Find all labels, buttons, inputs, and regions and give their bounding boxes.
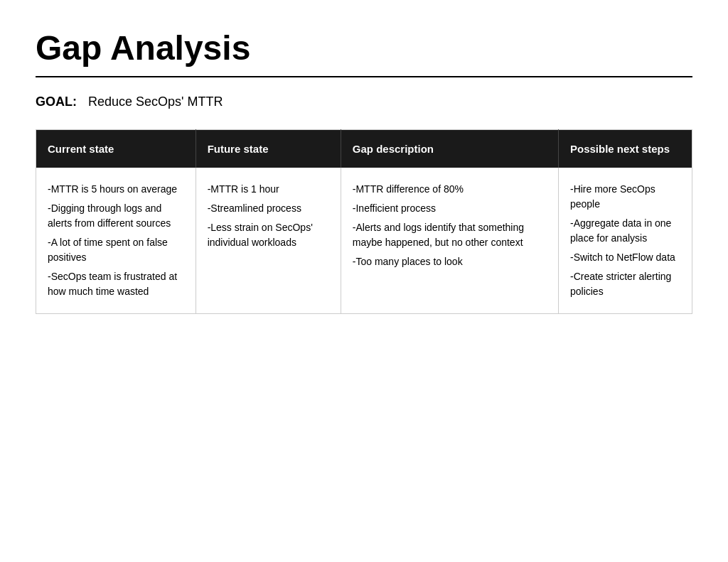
cell-item: -Digging through logs and alerts from di… [48,201,184,231]
cell-item: -MTTR difference of 80% [353,182,547,197]
cell-item: -Streamlined process [208,201,329,216]
title-divider [36,76,692,77]
gap-analysis-table: Current state Future state Gap descripti… [36,129,692,314]
goal-section: GOAL: Reduce SecOps' MTTR [36,94,692,109]
goal-label: GOAL: [36,94,77,109]
cell-item: -Hire more SecOps people [570,182,680,212]
cell-item: -MTTR is 1 hour [208,182,329,197]
table-row: -MTTR is 5 hours on average-Digging thro… [36,168,692,314]
cell-item: -Too many places to look [353,254,547,269]
col-header-future-state: Future state [196,130,341,168]
cell-item: -Inefficient process [353,201,547,216]
cell-item: -Aggregate data in one place for analysi… [570,216,680,246]
col-header-gap-description: Gap description [341,130,558,168]
table-cell-row0-col3: -Hire more SecOps people-Aggregate data … [558,168,692,314]
cell-item: -Create stricter alerting policies [570,269,680,299]
goal-text: Reduce SecOps' MTTR [88,94,223,109]
cell-item: -MTTR is 5 hours on average [48,182,184,197]
table-cell-row0-col0: -MTTR is 5 hours on average-Digging thro… [36,168,196,314]
table-header-row: Current state Future state Gap descripti… [36,130,692,168]
cell-item: -Alerts and logs identify that something… [353,220,547,250]
table-cell-row0-col2: -MTTR difference of 80%-Inefficient proc… [341,168,558,314]
col-header-current-state: Current state [36,130,196,168]
table-cell-row0-col1: -MTTR is 1 hour-Streamlined process-Less… [196,168,341,314]
col-header-next-steps: Possible next steps [558,130,692,168]
cell-item: -A lot of time spent on false positives [48,235,184,265]
cell-item: -Switch to NetFlow data [570,250,680,265]
cell-item: -SecOps team is frustrated at how much t… [48,269,184,299]
cell-item: -Less strain on SecOps' individual workl… [208,220,329,250]
page-title: Gap Analysis [36,28,692,67]
